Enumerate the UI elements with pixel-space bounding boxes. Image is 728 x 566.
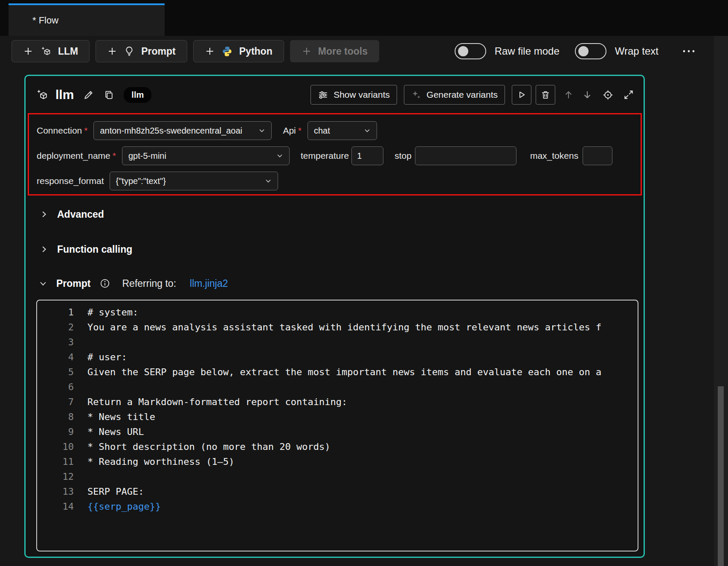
param-row-2: deployment_name * gpt-5-mini temperature… — [37, 146, 633, 166]
referring-to-text: Referring to: — [122, 278, 177, 289]
connection-label: Connection — [37, 125, 82, 136]
editor-content: LLM Prompt Python — [0, 36, 714, 566]
node-title: llm — [55, 88, 74, 102]
required-marker: * — [84, 125, 87, 136]
function-calling-section-label: Function calling — [57, 244, 132, 255]
expand-node-button[interactable] — [623, 89, 634, 100]
play-icon — [516, 90, 527, 100]
param-row-3: response_format {"type":"text"} — [37, 171, 633, 191]
move-node-down-button[interactable] — [582, 89, 593, 100]
code-line: 4# user: — [37, 350, 638, 365]
tab-flow-label: * Flow — [32, 15, 58, 26]
max-tokens-input[interactable] — [583, 146, 612, 165]
wrap-text-toggle[interactable] — [575, 43, 606, 59]
arrow-up-icon — [563, 89, 574, 100]
generate-variants-button[interactable]: Generate variants — [404, 85, 505, 105]
prompt-code-editor[interactable]: 1# system: 2You are a news analysis assi… — [36, 300, 638, 551]
node-type-badge: llm — [124, 87, 151, 103]
code-line: 11* Reading worthiness (1–5) — [37, 454, 638, 469]
more-options-button[interactable] — [679, 44, 699, 59]
add-more-tools-button[interactable]: More tools — [290, 40, 379, 62]
page-scrollbar-thumb[interactable] — [718, 386, 724, 566]
stop-input[interactable] — [415, 146, 516, 165]
response-format-label: response_format — [37, 176, 104, 186]
add-llm-label: LLM — [58, 46, 78, 57]
edit-node-name-button[interactable] — [83, 89, 94, 100]
expand-icon — [623, 89, 634, 100]
chevron-down-icon — [276, 152, 284, 160]
code-line: 1# system: — [37, 305, 638, 320]
move-node-up-button[interactable] — [563, 89, 574, 100]
show-variants-button[interactable]: Show variants — [310, 85, 397, 105]
referring-file-link[interactable]: llm.jinja2 — [190, 278, 228, 289]
temperature-input[interactable] — [351, 146, 383, 165]
prompt-section-label: Prompt — [56, 278, 91, 289]
add-python-button[interactable]: Python — [193, 40, 284, 62]
api-dropdown[interactable]: chat — [307, 121, 377, 140]
lightbulb-icon — [124, 46, 135, 57]
stop-label: stop — [394, 151, 412, 161]
plus-icon — [107, 46, 117, 56]
code-line: 8* News title — [37, 409, 638, 424]
editor-tab-bar: * Flow — [0, 0, 728, 36]
node-header: llm llm Show variants — [26, 76, 644, 114]
generate-variants-label: Generate variants — [426, 90, 498, 100]
temperature-label: temperature — [301, 151, 349, 161]
raw-file-mode-toggle[interactable] — [455, 43, 486, 59]
raw-file-mode-label: Raw file mode — [495, 45, 560, 57]
required-marker: * — [298, 125, 302, 136]
sliders-icon — [318, 90, 328, 100]
max-tokens-label: max_tokens — [530, 151, 578, 161]
required-marker: * — [113, 151, 116, 161]
more-tools-label: More tools — [318, 46, 368, 57]
llm-parameters-panel: Connection * anton-mh8zh25s-swedencentra… — [28, 113, 642, 195]
code-line: 5Given the SERP page below, extract the … — [37, 365, 638, 379]
code-line: 10* Short description (no more than 20 w… — [37, 439, 638, 454]
code-line: 12 — [37, 469, 638, 484]
llm-node-card: llm llm Show variants — [24, 75, 645, 558]
tools-toolbar: LLM Prompt Python — [12, 40, 699, 62]
trash-icon — [540, 90, 551, 100]
plus-icon — [23, 46, 33, 56]
locate-node-button[interactable] — [602, 89, 614, 101]
plus-icon — [302, 46, 312, 56]
copy-node-button[interactable] — [104, 90, 114, 100]
wrap-text-label: Wrap text — [615, 45, 658, 57]
add-python-label: Python — [239, 46, 273, 57]
code-line: 7Return a Markdown-formatted report cont… — [37, 394, 638, 409]
python-logo-icon — [221, 46, 233, 57]
api-value: chat — [314, 126, 330, 136]
chevron-down-icon — [38, 279, 48, 288]
info-icon — [99, 278, 110, 289]
deployment-name-value: gpt-5-mini — [128, 151, 166, 161]
llm-node-icon — [40, 45, 52, 57]
llm-node-icon — [35, 88, 49, 102]
chevron-right-icon — [39, 210, 49, 219]
delete-node-button[interactable] — [536, 85, 555, 105]
advanced-section-header[interactable]: Advanced — [39, 204, 104, 225]
advanced-section-label: Advanced — [57, 209, 104, 220]
code-line: 6 — [37, 379, 638, 394]
api-label: Api — [283, 125, 296, 136]
chevron-down-icon — [258, 126, 266, 135]
add-prompt-button[interactable]: Prompt — [96, 40, 187, 62]
tab-flow[interactable]: * Flow — [9, 3, 165, 36]
function-calling-section-header[interactable]: Function calling — [39, 239, 132, 260]
code-line: 2You are a news analysis assistant taske… — [37, 320, 638, 335]
param-row-1: Connection * anton-mh8zh25s-swedencentra… — [37, 120, 633, 141]
connection-value: anton-mh8zh25s-swedencentral_aoai — [100, 126, 242, 136]
plus-icon — [205, 46, 215, 56]
run-node-button[interactable] — [512, 85, 531, 105]
add-prompt-label: Prompt — [141, 46, 176, 57]
page-scrollbar-track[interactable] — [714, 36, 728, 566]
deployment-name-dropdown[interactable]: gpt-5-mini — [122, 146, 290, 165]
toggle-knob — [578, 46, 589, 56]
prompt-section-header[interactable]: Prompt Referring to: llm.jinja2 — [38, 273, 228, 294]
response-format-dropdown[interactable]: {"type":"text"} — [110, 172, 278, 190]
add-llm-button[interactable]: LLM — [12, 40, 90, 62]
arrow-down-icon — [582, 89, 593, 100]
connection-dropdown[interactable]: anton-mh8zh25s-swedencentral_aoai — [93, 121, 272, 140]
target-icon — [602, 89, 614, 101]
ellipsis-icon — [682, 46, 696, 56]
code-line: 9* News URL — [37, 424, 638, 439]
